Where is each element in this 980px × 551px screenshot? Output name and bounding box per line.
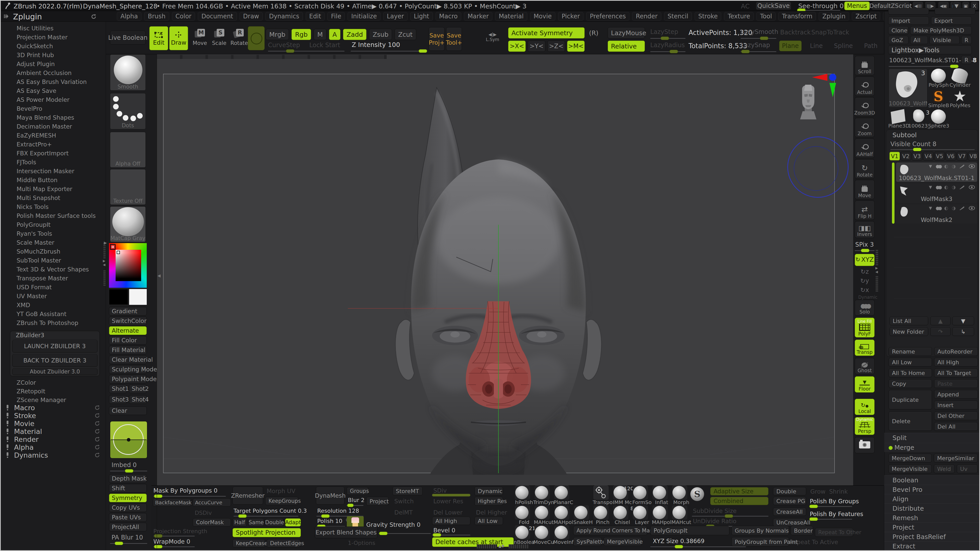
crease-pg-button[interactable]: Crease PG xyxy=(773,497,806,505)
mergedown-button[interactable]: MergeDown xyxy=(888,454,932,462)
shelf-button[interactable]: Shift xyxy=(109,484,147,492)
zremesher-button[interactable]: ZRemesher xyxy=(232,487,263,505)
imbed-widget[interactable] xyxy=(110,421,147,458)
plugin-item[interactable]: SoMuchZbrush xyxy=(1,247,106,256)
shelf-button[interactable]: Polypaint Mode xyxy=(109,375,147,383)
menu-item[interactable]: Macro xyxy=(436,12,461,21)
goz-r-button[interactable]: R xyxy=(961,36,972,44)
brush-cell[interactable]: Layer xyxy=(632,505,652,525)
brush-cell[interactable]: Pinch xyxy=(593,505,612,525)
tool-thumbnail[interactable]: Plane3D xyxy=(889,110,909,129)
autoreorder-button[interactable]: AutoReorder xyxy=(934,347,978,356)
brush-cell[interactable]: hPolish xyxy=(514,486,534,505)
mode-button[interactable]: Mrgb xyxy=(266,29,289,40)
palette-section[interactable]: Alpha xyxy=(1,443,106,451)
menu-item[interactable]: Preferences xyxy=(586,12,629,21)
section-split[interactable]: Split xyxy=(884,433,980,442)
plugin-item[interactable]: Multi Snapshot xyxy=(1,193,106,202)
strip-transp-button[interactable]: Transp xyxy=(855,340,875,356)
plugin-item[interactable]: Maya Blend Shapes xyxy=(1,113,106,122)
section-refresh-icon[interactable] xyxy=(94,428,100,434)
shelf-button[interactable]: Fill Material xyxy=(109,346,147,354)
plugin-item[interactable]: Nicks Tools xyxy=(1,202,106,211)
strip-zoom-button[interactable]: Zoom xyxy=(855,118,875,137)
section-refresh-icon[interactable] xyxy=(94,436,100,442)
section-refresh-icon[interactable] xyxy=(94,452,100,458)
mergesimilar-button[interactable]: MergeSimilar xyxy=(934,454,978,462)
axis-button[interactable]: >X< xyxy=(508,41,526,52)
shelf-button[interactable]: Clear Material xyxy=(109,355,147,364)
strip-ghost-button[interactable]: Ghost xyxy=(855,358,875,374)
tool-section[interactable]: Remesh xyxy=(884,513,980,522)
plugin-item[interactable]: Adjust Plugin xyxy=(1,59,106,68)
plugin-item[interactable]: YT GoB Assistant xyxy=(1,310,106,318)
goz-visible-button[interactable]: Visible xyxy=(929,36,959,44)
menu-item[interactable]: Alpha xyxy=(117,12,142,21)
live-boolean-button[interactable]: Live Boolean xyxy=(110,31,146,44)
palette-refresh-icon[interactable] xyxy=(91,14,97,20)
plugin-item[interactable]: ZBrush To Photoshop xyxy=(1,318,106,327)
menu-item[interactable]: Picker xyxy=(558,12,584,21)
brush-cell[interactable]: MAHpol xyxy=(554,505,573,525)
menu-item[interactable]: Render xyxy=(632,12,661,21)
tool-section[interactable]: Bevel Pro xyxy=(884,485,980,494)
pa-blur-slider[interactable] xyxy=(110,543,147,544)
strip-zoom3d-button[interactable]: Zoom3D xyxy=(855,97,875,117)
plugin-item[interactable]: AS Easy Brush Variation xyxy=(1,77,106,86)
paste-tool-button[interactable] xyxy=(935,8,975,14)
polish-groups-slider[interactable] xyxy=(809,506,852,507)
shot-button[interactable]: Shot1 xyxy=(109,384,127,393)
plugin-item[interactable]: Decimation Master xyxy=(1,122,106,131)
strip-scroll-arrows[interactable]: ▶◀ xyxy=(875,266,878,274)
plugin-item[interactable]: ZRetopoIt xyxy=(1,387,106,395)
plugin-item[interactable]: USD Format xyxy=(1,283,106,292)
brush-cell[interactable]: SnakeH xyxy=(573,505,593,525)
border-button[interactable]: Border xyxy=(791,526,813,535)
subtool-down-button[interactable]: ▼ xyxy=(952,317,974,325)
groups-button[interactable]: Groups xyxy=(347,487,369,495)
strip-persp-button[interactable]: Dynamic Persp xyxy=(855,417,875,435)
mask-by-slider[interactable] xyxy=(153,496,226,497)
new-folder-button[interactable]: New Folder xyxy=(889,327,928,336)
stroke-mode-button[interactable]: Plane xyxy=(779,41,802,51)
relative-button[interactable]: Relative xyxy=(608,41,645,52)
mode-button[interactable]: Zsub xyxy=(369,29,392,40)
menu-item[interactable]: Layer xyxy=(383,12,407,21)
combined-button[interactable]: Combined xyxy=(710,497,768,505)
plugin-item[interactable]: Ryan's Tools xyxy=(1,229,106,238)
menu-item[interactable]: Edit xyxy=(306,12,325,21)
subtool-up-button[interactable]: ▲ xyxy=(930,317,951,325)
axis-button[interactable]: >M< xyxy=(567,41,585,52)
plugin-scrollbar[interactable] xyxy=(103,243,106,259)
subtool-tab[interactable]: V8 xyxy=(968,152,978,160)
menu-item[interactable]: Zscript xyxy=(852,12,880,21)
all-low-button-b[interactable]: All Low xyxy=(474,517,503,525)
uncreaseall-button[interactable]: UnCreaseAll xyxy=(773,518,806,527)
shot-button[interactable]: Shot3 xyxy=(109,395,127,404)
goz-all-button[interactable]: All xyxy=(910,36,928,44)
bevel-slider[interactable] xyxy=(432,535,470,535)
strip-xyz-button[interactable]: ↻XYZ xyxy=(855,254,875,266)
palette-section[interactable]: Material xyxy=(1,427,106,435)
clone-button[interactable]: Clone xyxy=(888,26,908,35)
plugin-item[interactable]: XMD xyxy=(1,300,106,310)
delete-button[interactable]: Delete xyxy=(889,411,932,431)
brush-cell[interactable]: MAHcut xyxy=(534,505,554,525)
plugin-item[interactable]: PolyGroupIt xyxy=(1,220,106,229)
shelf-button[interactable]: Symmetry xyxy=(109,494,147,502)
palette-section[interactable]: Dynamics xyxy=(1,451,106,459)
xyz-size-slider[interactable] xyxy=(650,546,746,547)
plugin-item[interactable]: FBX ExportImport xyxy=(1,149,106,158)
brush-cell[interactable]: Transpo xyxy=(593,486,612,505)
accucurve-button[interactable]: AccuCurve xyxy=(192,499,231,507)
duplicate-button[interactable]: Duplicate xyxy=(889,390,932,410)
plugin-item[interactable]: QuickSketch xyxy=(1,41,106,51)
tool-section[interactable]: Distribute xyxy=(884,503,980,513)
subtool-row[interactable]: ▼ ●● ◐ ◑ 100623_WolfMask.ST01-1 xyxy=(896,162,977,182)
brush-cell[interactable]: Fold xyxy=(514,505,534,525)
lazymouse-button[interactable]: LazyMouse xyxy=(608,27,645,38)
brush-cell[interactable]: 8 Chisel xyxy=(612,505,632,525)
spix-slider[interactable] xyxy=(855,250,875,251)
tool-thumbnail[interactable]: Sphere3 xyxy=(928,110,949,129)
viewport[interactable]: ◀ xyxy=(157,54,853,486)
